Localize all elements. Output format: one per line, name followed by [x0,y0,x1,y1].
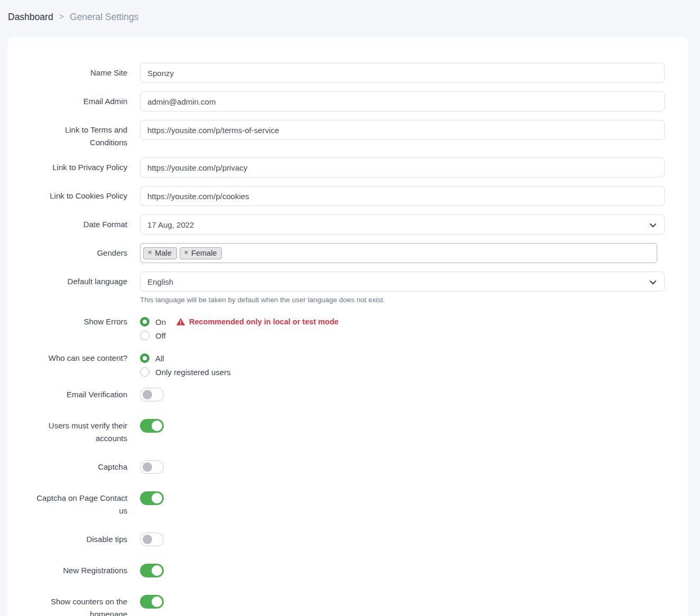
terms-link-label: Link to Terms and Conditions [34,120,127,149]
captcha-toggle[interactable] [140,460,164,474]
content-registered-option: Only registered users [140,365,665,379]
show-errors-off-option: Off [140,329,665,342]
warning-icon [176,318,185,325]
gender-tag-male: × Male [143,247,177,259]
remove-tag-icon[interactable]: × [184,249,188,256]
show-errors-off-label: Off [155,331,166,340]
privacy-link-input[interactable] [140,157,665,178]
content-all-label: All [155,354,164,363]
field-row-disable-tips: Disable tips [34,533,665,548]
remove-tag-icon[interactable]: × [148,249,152,256]
field-row-new-registrations: New Registrations [34,564,665,580]
toggle-knob [143,390,152,399]
show-errors-on-radio[interactable] [140,317,150,326]
privacy-link-label: Link to Privacy Policy [34,157,127,174]
name-site-label: Name Site [34,63,127,79]
field-row-verify-accounts: Users must verify their accounts [34,419,665,445]
breadcrumb: Dashboard > General Settings [0,0,700,37]
field-row-captcha-contact: Captcha on Page Contact us [34,491,665,517]
toggle-knob [143,535,152,544]
captcha-contact-toggle[interactable] [140,491,164,505]
field-row-name-site: Name Site [34,63,665,83]
field-row-captcha: Captcha [34,460,665,476]
disable-tips-toggle[interactable] [140,533,164,546]
cookies-link-label: Link to Cookies Policy [34,186,127,202]
terms-link-input[interactable] [140,120,665,140]
default-language-value: English [147,277,173,286]
email-admin-input[interactable] [140,91,665,111]
field-row-homepage-counters: Show counters on the homepage [34,595,665,616]
captcha-label: Captcha [34,460,127,473]
field-row-privacy-link: Link to Privacy Policy [34,157,665,178]
homepage-counters-label: Show counters on the homepage [34,595,127,616]
who-can-see-content-label: Who can see content? [34,351,127,365]
field-row-default-language: Default language English This language w… [34,272,665,304]
toggle-knob [143,462,152,472]
date-format-select[interactable]: 17 Aug, 2022 [140,214,665,235]
genders-multiselect[interactable]: × Male × Female [140,243,657,263]
content-all-option: All [140,351,665,365]
new-registrations-label: New Registrations [34,564,127,577]
toggle-knob [152,596,162,607]
genders-label: Genders [34,243,127,259]
captcha-contact-label: Captcha on Page Contact us [34,491,127,517]
show-errors-on-option: On Recommended only in local or test mod… [140,315,665,329]
show-errors-on-label: On [155,318,166,326]
content-registered-label: Only registered users [155,368,231,377]
show-errors-label: Show Errors [34,315,127,328]
cookies-link-input[interactable] [140,186,665,206]
chevron-down-icon [650,277,657,284]
gender-tag-female-label: Female [191,249,217,257]
chevron-down-icon [650,220,657,227]
disable-tips-label: Disable tips [34,533,127,546]
content-all-radio[interactable] [140,353,150,363]
email-verification-toggle[interactable] [140,388,164,402]
show-errors-off-radio[interactable] [140,331,150,340]
show-errors-warning-text: Recommended only in local or test mode [189,318,339,326]
verify-accounts-toggle[interactable] [140,419,164,433]
show-errors-warning: Recommended only in local or test mode [176,318,339,326]
email-verification-label: Email Verification [34,388,127,401]
field-row-cookies-link: Link to Cookies Policy [34,186,665,206]
page: Dashboard > General Settings Name Site E… [0,0,700,616]
homepage-counters-toggle[interactable] [140,595,164,609]
default-language-select[interactable]: English [140,272,665,292]
default-language-help-text: This language will be taken by default w… [140,296,665,304]
field-row-show-errors: Show Errors On Recommended only in local… [34,315,665,342]
new-registrations-toggle[interactable] [140,564,164,577]
field-row-email-admin: Email Admin [34,91,665,111]
default-language-label: Default language [34,272,127,288]
breadcrumb-dashboard-link[interactable]: Dashboard [8,12,53,23]
field-row-genders: Genders × Male × Female [34,243,665,263]
email-admin-label: Email Admin [34,91,127,108]
toggle-knob [152,493,162,503]
verify-accounts-label: Users must verify their accounts [34,419,127,445]
field-row-who-can-see-content: Who can see content? All Only registered… [34,351,665,379]
date-format-label: Date Format [34,214,127,231]
field-row-terms-link: Link to Terms and Conditions [34,120,665,149]
field-row-email-verification: Email Verification [34,388,665,404]
date-format-value: 17 Aug, 2022 [147,220,194,229]
content-registered-radio[interactable] [140,367,150,377]
gender-tag-male-label: Male [155,249,171,257]
field-row-date-format: Date Format 17 Aug, 2022 [34,214,665,235]
breadcrumb-separator: > [59,12,64,22]
toggle-knob [152,421,162,431]
toggle-knob [152,565,162,576]
general-settings-card: Name Site Email Admin Link to Terms and … [7,37,688,616]
breadcrumb-current-page: General Settings [70,12,138,23]
gender-tag-female: × Female [180,247,222,259]
name-site-input[interactable] [140,63,665,83]
